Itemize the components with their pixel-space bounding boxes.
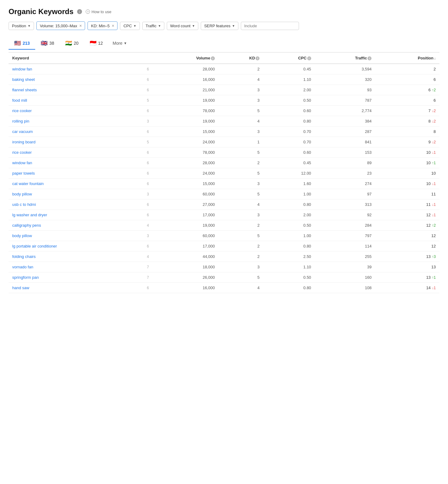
filter-position[interactable]: Position ▼ [9,22,34,30]
remove-volume-icon[interactable]: × [79,23,82,28]
keyword-cell[interactable]: car vacuum [9,127,140,137]
position-number: 12 [431,233,436,238]
position-cell: 14↓1 [375,283,439,293]
keyword-cell[interactable]: folding chairs [9,251,140,262]
keyword-cell[interactable]: body pillow [9,231,140,241]
table-row: calligraphy pens419,00020.5028412↑2 [9,220,439,231]
keyword-cell[interactable]: window fan [9,158,140,168]
keyword-cell[interactable]: lg portable air conditioner [9,241,140,251]
volume-cell: 16,000 [153,74,218,85]
col-cpc: CPCi [263,53,315,64]
volume-cell: 24,000 [153,137,218,147]
volume-cell: 44,000 [153,251,218,262]
position-cell: 12 [375,241,439,251]
info-icon[interactable]: i [77,9,82,14]
traffic-cell: 287 [315,127,375,137]
position-cell: 13↑3 [375,251,439,262]
keyword-cell[interactable]: usb c to hdmi [9,199,140,210]
table-row: body pillow360,00051.0079712 [9,231,439,241]
traffic-cell: 160 [315,272,375,283]
id-flag: 🇮🇩 [90,40,96,47]
keyword-cell[interactable]: baking sheet [9,74,140,85]
position-number: 11 [431,192,436,196]
filter-kd-tag[interactable]: KD: Min–5 × [88,21,118,30]
position-down-icon: ↓1 [432,202,436,207]
volume-cell: 78,000 [153,147,218,158]
table-row: window fan628,00020.458910↑1 [9,158,439,168]
position-down-icon: ↓1 [432,286,436,290]
cpc-cell: 0.70 [263,127,315,137]
cpc-cell: 12.00 [263,168,315,179]
keyword-cell[interactable]: springform pan [9,272,140,283]
position-cell: 11↓1 [375,199,439,210]
keyword-cell[interactable]: paper towels [9,168,140,179]
table-row: folding chairs444,00022.5025513↑3 [9,251,439,262]
position-number: 13 [426,275,431,280]
kd-cell: 5 [218,231,263,241]
traffic-cell: 153 [315,147,375,158]
traffic-cell: 23 [315,168,375,179]
kd-cell: 4 [218,283,263,293]
keyword-cell[interactable]: vornado fan [9,262,140,272]
position-cell: 6 [375,74,439,85]
keyword-cell[interactable]: cat water fountain [9,179,140,189]
table-row: hand saw616,00040.8010814↓1 [9,283,439,293]
traffic-info-icon[interactable]: i [368,56,371,60]
volume-cell: 17,000 [153,210,218,220]
remove-kd-icon[interactable]: × [112,23,114,28]
wc-cell: 6 [140,85,153,95]
filter-volume-tag[interactable]: Volume: 15,000–Max × [36,21,85,30]
position-cell: 2 [375,64,439,74]
us-flag: 🇺🇸 [14,40,21,47]
kd-cell: 5 [218,189,263,199]
table-row: window fan628,00020.453,5942 [9,64,439,74]
cpc-cell: 0.80 [263,241,315,251]
wc-cell: 6 [140,147,153,158]
volume-info-icon[interactable]: i [211,56,215,60]
keyword-cell[interactable]: food mill [9,95,140,106]
filter-traffic[interactable]: Traffic ▼ [142,22,164,30]
country-in[interactable]: 🇮🇳 20 [60,37,84,49]
col-position[interactable]: Position↓ [375,53,439,64]
how-to-use-link[interactable]: ? How to use [86,9,111,14]
position-cell: 10 [375,168,439,179]
filter-wordcount[interactable]: Word count ▼ [167,22,198,30]
traffic-cell: 3,594 [315,64,375,74]
keyword-cell[interactable]: ironing board [9,137,140,147]
keyword-cell[interactable]: rolling pin [9,116,140,127]
chevron-down-icon: ▼ [192,24,195,28]
keywords-table-wrap: Keyword Volumei KDi CPCi Traffici [9,53,439,293]
keyword-cell[interactable]: hand saw [9,283,140,293]
volume-cell: 78,000 [153,106,218,116]
keyword-cell[interactable]: window fan [9,64,140,74]
country-id[interactable]: 🇮🇩 12 [84,37,109,49]
position-cell: 8 [375,127,439,137]
cpc-info-icon[interactable]: i [307,56,311,60]
keyword-cell[interactable]: flannel sheets [9,85,140,95]
table-row: ironing board524,00010.708419↓2 [9,137,439,147]
country-gb[interactable]: 🇬🇧 38 [35,37,60,49]
position-cell: 7↓2 [375,106,439,116]
kd-cell: 3 [218,179,263,189]
filter-cpc[interactable]: CPC ▼ [120,22,140,30]
include-input[interactable] [241,22,299,30]
cpc-cell: 0.50 [263,95,315,106]
keyword-cell[interactable]: rice cooker [9,106,140,116]
position-down-icon: ↓1 [432,150,436,155]
kd-info-icon[interactable]: i [256,56,259,60]
filter-serp[interactable]: SERP features ▼ [201,22,238,30]
keyword-cell[interactable]: body pillow [9,189,140,199]
wc-cell: 7 [140,272,153,283]
filters-bar: Position ▼ Volume: 15,000–Max × KD: Min–… [9,21,439,30]
country-us[interactable]: 🇺🇸 213 [9,37,35,50]
keyword-cell[interactable]: calligraphy pens [9,220,140,231]
volume-cell: 15,000 [153,127,218,137]
keyword-cell[interactable]: rice cooker [9,147,140,158]
keyword-cell[interactable]: lg washer and dryer [9,210,140,220]
wc-cell: 6 [140,199,153,210]
traffic-cell: 89 [315,158,375,168]
position-up-icon: ↑2 [432,88,436,92]
position-cell: 11 [375,189,439,199]
traffic-cell: 313 [315,199,375,210]
more-countries-button[interactable]: More ▼ [108,38,131,48]
